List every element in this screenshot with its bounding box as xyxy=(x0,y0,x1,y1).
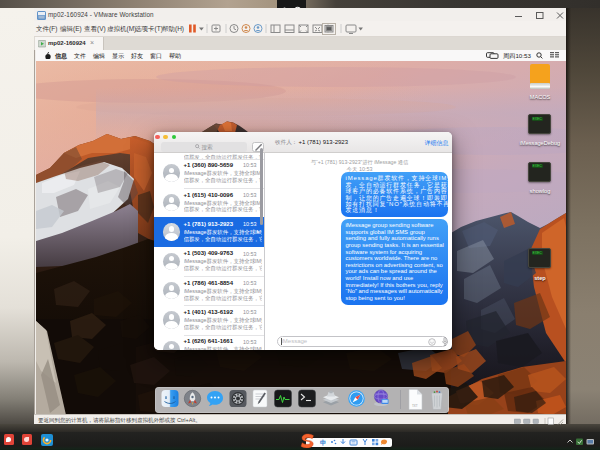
svg-text:TXT: TXT xyxy=(412,404,418,408)
